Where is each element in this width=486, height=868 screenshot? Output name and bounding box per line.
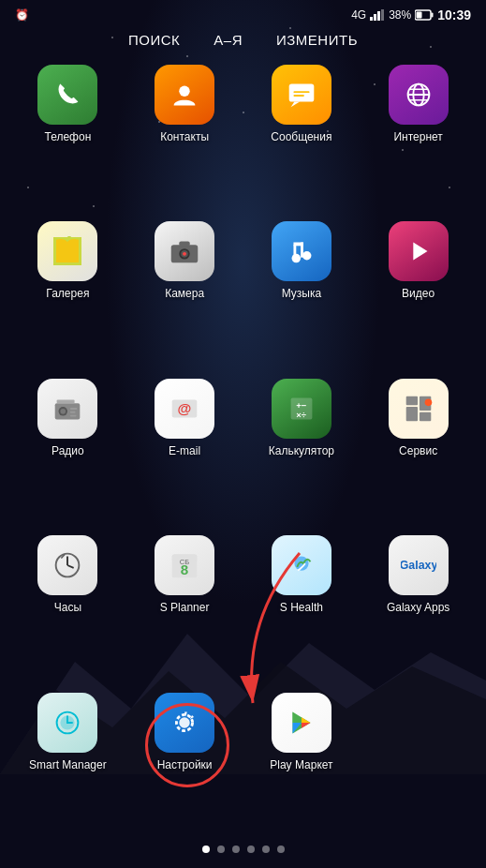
app-label-camera: Камера <box>165 287 204 300</box>
svg-rect-8 <box>417 12 422 19</box>
svg-point-9 <box>179 86 189 97</box>
app-icon-phone <box>37 65 97 125</box>
battery-percent: 38% <box>389 8 411 22</box>
app-item-smartmanager[interactable]: Smart Manager <box>9 685 126 838</box>
svg-rect-43 <box>405 407 417 421</box>
app-icon-splanner: СБ8 <box>155 535 214 595</box>
app-label-phone: Телефон <box>44 130 91 143</box>
svg-rect-45 <box>420 412 431 422</box>
app-icon-messages <box>272 65 331 125</box>
battery-icon <box>415 9 434 21</box>
app-icon-contacts <box>155 65 214 125</box>
svg-rect-7 <box>432 13 434 18</box>
az-menu-item[interactable]: А–Я <box>214 32 243 48</box>
svg-text:@: @ <box>178 400 192 416</box>
app-item-galaxyapps[interactable]: GalaxyGalaxy Apps <box>360 528 477 681</box>
svg-text:×÷: ×÷ <box>296 409 306 419</box>
app-icon-music <box>272 221 331 281</box>
svg-rect-5 <box>381 9 384 21</box>
svg-point-59 <box>179 717 189 727</box>
page-indicator-4[interactable] <box>262 846 270 853</box>
status-bar: ⏰ 4G 38% 10:39 <box>0 0 486 26</box>
app-icon-radio <box>37 379 97 439</box>
page-indicator-1[interactable] <box>217 846 225 853</box>
page-indicator-2[interactable] <box>232 846 240 853</box>
app-item-phone[interactable]: Телефон <box>9 57 126 210</box>
app-icon-video <box>389 221 449 281</box>
svg-rect-33 <box>70 408 78 410</box>
app-label-music: Музыка <box>282 287 321 300</box>
app-label-settings: Настройки <box>157 758 213 771</box>
svg-marker-65 <box>302 723 311 728</box>
svg-text:8: 8 <box>181 561 188 577</box>
app-label-internet: Интернет <box>393 130 442 143</box>
svg-point-46 <box>424 398 432 406</box>
app-item-music[interactable]: Музыка <box>243 214 361 367</box>
svg-point-32 <box>61 409 66 414</box>
svg-line-49 <box>67 565 74 568</box>
search-menu-item[interactable]: ПОИСК <box>128 32 180 48</box>
app-item-messages[interactable]: Сообщения <box>243 57 361 210</box>
svg-rect-23 <box>179 242 189 247</box>
app-label-splanner: S Planner <box>160 601 210 614</box>
svg-marker-29 <box>413 243 427 261</box>
app-item-internet[interactable]: Интернет <box>360 57 477 210</box>
app-icon-camera <box>155 221 214 281</box>
status-right: 4G 38% 10:39 <box>351 7 471 22</box>
svg-rect-4 <box>377 11 380 21</box>
svg-rect-36 <box>57 399 75 403</box>
app-item-clock[interactable]: Часы <box>9 528 126 681</box>
app-label-contacts: Контакты <box>160 130 209 143</box>
app-icon-email: @ <box>155 379 214 439</box>
app-item-video[interactable]: Видео <box>360 214 477 367</box>
svg-rect-12 <box>293 91 309 93</box>
svg-point-22 <box>183 252 186 256</box>
app-item-playmarket[interactable]: Play Маркет <box>243 685 361 838</box>
app-item-settings[interactable]: Настройки <box>126 685 243 838</box>
page-indicator-3[interactable] <box>247 846 255 853</box>
app-icon-galaxyapps: Galaxy <box>389 535 449 595</box>
app-item-calculator[interactable]: +−×÷Калькулятор <box>243 371 361 524</box>
app-label-galaxyapps: Galaxy Apps <box>387 601 449 614</box>
app-label-clock: Часы <box>54 601 81 614</box>
app-label-service: Сервис <box>399 444 437 457</box>
svg-rect-28 <box>293 243 302 247</box>
svg-rect-13 <box>293 95 303 97</box>
status-left: ⏰ <box>15 8 29 22</box>
top-menu: ПОИСК А–Я ИЗМЕНИТЬ <box>0 26 486 57</box>
svg-rect-2 <box>370 17 373 21</box>
svg-rect-35 <box>70 414 77 416</box>
app-label-calculator: Калькулятор <box>269 444 334 457</box>
app-item-radio[interactable]: Радио <box>9 371 126 524</box>
edit-menu-item[interactable]: ИЗМЕНИТЬ <box>276 32 358 48</box>
network-type: 4G <box>351 8 366 22</box>
page-indicator-0[interactable] <box>202 846 210 853</box>
app-icon-playmarket <box>272 693 331 753</box>
svg-point-25 <box>302 251 312 261</box>
app-item-splanner[interactable]: СБ8S Planner <box>126 528 243 681</box>
app-item-camera[interactable]: Камера <box>126 214 243 367</box>
page-indicators <box>0 838 486 868</box>
page-indicator-5[interactable] <box>277 846 285 853</box>
app-item-contacts[interactable]: Контакты <box>126 57 243 210</box>
svg-marker-64 <box>302 717 311 723</box>
app-item-email[interactable]: @E-mail <box>126 371 243 524</box>
app-icon-internet <box>389 65 449 125</box>
app-item-service[interactable]: Сервис <box>360 371 477 524</box>
svg-rect-27 <box>293 246 296 261</box>
svg-text:Galaxy: Galaxy <box>401 559 436 572</box>
app-label-radio: Радио <box>52 444 84 457</box>
app-icon-clock <box>37 535 97 595</box>
app-icon-smartmanager <box>37 693 97 753</box>
app-item-shealth[interactable]: S Health <box>243 528 361 681</box>
app-icon-calculator: +−×÷ <box>272 379 331 439</box>
app-label-gallery: Галерея <box>46 287 89 300</box>
app-label-messages: Сообщения <box>271 130 331 143</box>
app-label-smartmanager: Smart Manager <box>29 758 107 771</box>
app-label-shealth: S Health <box>280 601 323 614</box>
app-label-email: E-mail <box>169 444 200 457</box>
app-item-gallery[interactable]: Галерея <box>9 214 126 367</box>
signal-icon <box>370 9 385 21</box>
app-grid: ТелефонКонтактыСообщенияИнтернетГалереяК… <box>0 57 486 838</box>
svg-marker-11 <box>290 102 300 108</box>
